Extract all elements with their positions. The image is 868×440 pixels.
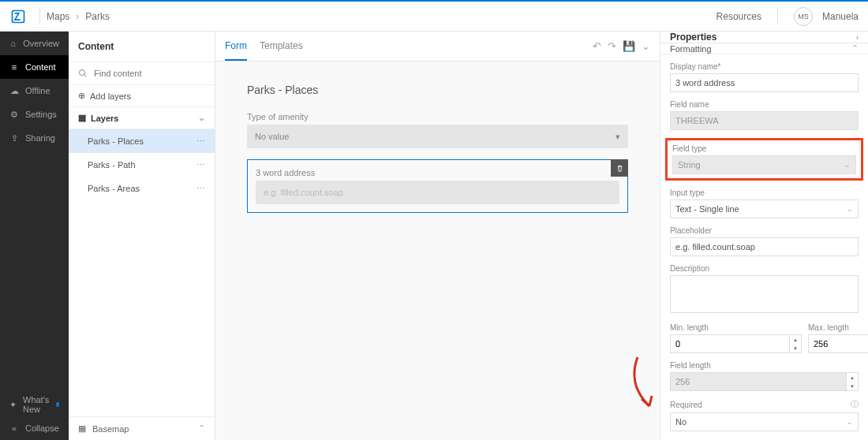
prop-label: Display name* <box>670 62 859 71</box>
nav-whats-new[interactable]: ✦ What's New <box>0 393 69 416</box>
max-length-input[interactable] <box>808 334 868 353</box>
app-header: Maps › Parks Resources MS Manuela <box>0 2 868 32</box>
prop-min-length: Min. length ▲▼ <box>670 323 802 353</box>
nav-settings[interactable]: ⚙ Settings <box>0 103 69 126</box>
chevron-up-icon: ⌃ <box>851 43 859 54</box>
step-down-icon[interactable]: ▼ <box>790 344 801 352</box>
info-icon[interactable]: ⓘ <box>851 399 859 410</box>
nav-sharing[interactable]: ⇪ Sharing <box>0 126 69 150</box>
layers-label: Layers <box>91 114 118 123</box>
layer-parks-places[interactable]: Parks - Places ⋯ <box>69 129 215 153</box>
prop-label: Placeholder <box>670 226 859 235</box>
chevron-down-icon[interactable]: ⌄ <box>642 40 650 52</box>
basemap-bar[interactable]: ▦ Basemap ⌃ <box>69 416 215 440</box>
step-down-icon: ▼ <box>847 382 858 390</box>
more-icon[interactable]: ⋯ <box>196 160 205 170</box>
layers-section-header[interactable]: ▦ Layers ⌄ <box>69 107 215 129</box>
properties-header: Properties › <box>660 32 868 43</box>
field-label: Type of amenity <box>247 112 628 121</box>
required-select[interactable]: No ⌄ <box>670 412 859 431</box>
user-avatar[interactable]: MS <box>794 7 813 26</box>
chevron-up-icon: ⌃ <box>198 423 205 434</box>
content-panel: Content ⊕ Add layers ▦ Layers ⌄ Parks - … <box>69 32 215 440</box>
step-up-icon: ▲ <box>847 373 858 382</box>
chevron-down-icon: ▾ <box>615 132 620 142</box>
layer-parks-areas[interactable]: Parks - Areas ⋯ <box>69 177 215 200</box>
prop-required: Required ⓘ No ⌄ <box>670 399 859 431</box>
display-name-input[interactable] <box>670 73 859 92</box>
nav-offline[interactable]: ☁ Offline <box>0 79 69 103</box>
header-divider-2 <box>777 9 778 24</box>
field-name-input <box>670 111 859 130</box>
field-length-stepper: ▲▼ <box>670 372 859 391</box>
field-placeholder-preview[interactable]: e.g. filled.count.soap <box>256 181 619 204</box>
nav-content[interactable]: ≡ Content <box>0 55 69 79</box>
save-icon[interactable]: 💾 <box>623 40 635 52</box>
prop-label: Field length <box>670 361 859 370</box>
nav-collapse[interactable]: « Collapse <box>0 416 69 440</box>
prop-label: Min. length <box>670 323 802 332</box>
input-type-select[interactable]: Text - Single line ⌄ <box>670 199 859 218</box>
gear-icon: ⚙ <box>9 110 19 119</box>
add-layers-label: Add layers <box>90 91 131 101</box>
prop-label: Input type <box>670 188 859 197</box>
search-input[interactable] <box>94 69 205 78</box>
nav-sidebar: ⌂ Overview ≡ Content ☁ Offline ⚙ Setting… <box>0 32 69 440</box>
tab-templates[interactable]: Templates <box>260 32 303 61</box>
nav-label: Settings <box>25 110 57 119</box>
properties-title: Properties <box>670 32 716 43</box>
description-textarea[interactable] <box>670 275 859 313</box>
min-length-stepper[interactable]: ▲▼ <box>670 334 802 353</box>
cloud-icon: ☁ <box>9 86 19 95</box>
form-field-amenity[interactable]: Type of amenity No value ▾ <box>247 112 628 148</box>
plus-icon: ⊕ <box>78 91 85 101</box>
layers-icon: ▦ <box>78 113 86 123</box>
prop-label: Field type <box>672 144 856 153</box>
field-label: 3 word address <box>256 168 619 177</box>
undo-icon[interactable]: ↶ <box>593 40 601 52</box>
chevron-down-icon: ⌄ <box>847 418 853 426</box>
layer-parks-path[interactable]: Parks - Path ⋯ <box>69 153 215 177</box>
prop-field-length: Field length ▲▼ <box>670 361 859 391</box>
step-up-icon[interactable]: ▲ <box>790 335 801 344</box>
required-value: No <box>675 417 687 427</box>
formatting-section-header[interactable]: Formatting ⌃ <box>660 43 868 54</box>
delete-field-button[interactable] <box>611 159 628 177</box>
svg-point-1 <box>80 70 85 76</box>
placeholder-input[interactable] <box>670 237 859 256</box>
chevron-right-icon[interactable]: › <box>856 33 859 42</box>
prop-label: Required ⓘ <box>670 399 859 410</box>
collapse-icon: « <box>9 423 19 433</box>
svg-line-2 <box>84 75 87 77</box>
highlight-annotation: Field type String ⌄ <box>665 138 863 181</box>
prop-field-name: Field name <box>670 100 859 130</box>
add-layers-button[interactable]: ⊕ Add layers <box>69 85 215 107</box>
more-icon[interactable]: ⋯ <box>196 184 205 194</box>
redo-icon[interactable]: ↷ <box>608 40 616 52</box>
nav-label: Sharing <box>25 133 55 143</box>
more-icon[interactable]: ⋯ <box>196 136 205 147</box>
breadcrumb-maps[interactable]: Maps <box>47 11 69 22</box>
layers-icon: ≡ <box>9 62 19 72</box>
min-length-input[interactable] <box>670 334 789 353</box>
share-icon: ⇪ <box>9 133 19 143</box>
max-length-stepper[interactable]: ▲▼ <box>808 334 868 353</box>
resources-link[interactable]: Resources <box>716 11 761 22</box>
form-field-3word-selected[interactable]: 3 word address e.g. filled.count.soap <box>247 159 628 213</box>
chevron-right-icon: › <box>76 11 79 22</box>
nav-overview[interactable]: ⌂ Overview <box>0 32 69 55</box>
basemap-label: Basemap <box>92 424 129 434</box>
field-length-input <box>670 372 846 391</box>
field-value: No value <box>255 132 289 141</box>
breadcrumb-parks[interactable]: Parks <box>85 11 110 22</box>
search-icon <box>78 69 88 78</box>
field-type-value: String <box>678 160 701 170</box>
username-label: Manuela <box>822 11 859 22</box>
prop-placeholder: Placeholder <box>670 226 859 256</box>
tab-form[interactable]: Form <box>225 32 247 61</box>
field-value-select[interactable]: No value ▾ <box>247 125 628 148</box>
nav-label: Content <box>25 62 56 72</box>
megaphone-icon: ✦ <box>9 400 17 409</box>
field-type-select: String ⌄ <box>672 155 856 174</box>
app-logo[interactable] <box>9 8 27 25</box>
